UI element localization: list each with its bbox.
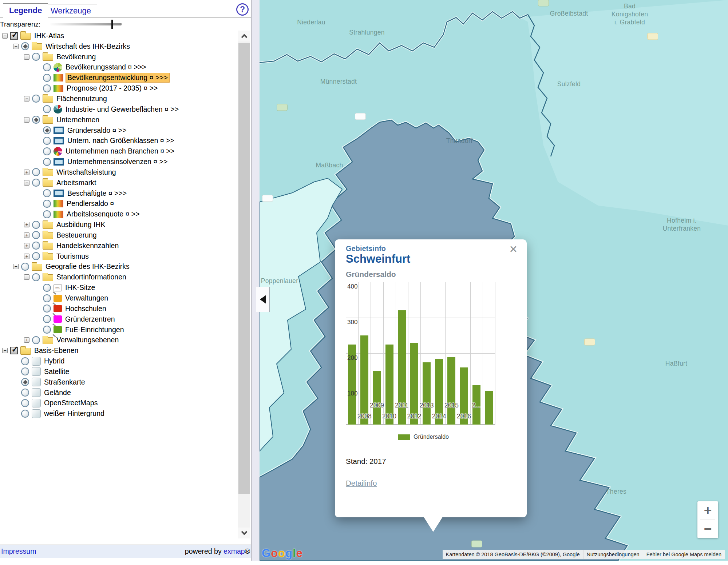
tree-row[interactable]: Bevölkerungsentwicklung ¤ >>>: [0, 72, 237, 83]
layer-label[interactable]: Untern. nach Größenklassen ¤ >>: [67, 136, 174, 145]
tree-row[interactable]: Prognose (2017 - 2035) ¤ >>: [0, 83, 237, 93]
layer-radio[interactable]: [43, 294, 51, 302]
tree-row[interactable]: Arbeitslosenquote ¤ >>: [0, 209, 237, 219]
tree-row[interactable]: Pendlersaldo ¤: [0, 199, 237, 209]
collapse-toggle[interactable]: −: [24, 54, 29, 60]
tree-row[interactable]: Industrie- und Gewerbeflächen ¤ >>: [0, 104, 237, 115]
collapse-toggle[interactable]: −: [24, 96, 29, 102]
layer-radio[interactable]: [21, 389, 29, 397]
tree-row[interactable]: OpenStreetMaps: [0, 398, 237, 409]
layer-radio[interactable]: [43, 284, 51, 292]
layer-label[interactable]: Unternehmen nach Branchen ¤ >>: [65, 147, 174, 155]
exmap-link[interactable]: exmap: [223, 547, 245, 555]
layer-label[interactable]: Geografie des IHK-Bezirks: [45, 262, 130, 271]
tree-row[interactable]: Bevölkerungsstand ¤ >>>: [0, 62, 237, 73]
layer-label[interactable]: IHK-Sitze: [64, 283, 95, 292]
layer-radio[interactable]: [32, 273, 40, 281]
layer-radio[interactable]: [21, 357, 29, 365]
layer-label[interactable]: Besteuerung: [56, 231, 97, 239]
layer-radio[interactable]: [43, 315, 51, 323]
layer-radio[interactable]: [32, 53, 40, 61]
layer-radio[interactable]: [32, 168, 40, 176]
tab-legende[interactable]: Legende: [3, 3, 48, 17]
tree-row[interactable]: −Arbeitsmarkt: [0, 178, 237, 188]
zoom-in-button[interactable]: +: [697, 501, 718, 520]
tree-row[interactable]: −Flächennutzung: [0, 93, 237, 104]
layer-label[interactable]: Unternehmensinsolvenzen ¤ >>: [67, 158, 167, 166]
layer-radio[interactable]: [43, 326, 51, 334]
close-icon[interactable]: ×: [509, 242, 517, 256]
impressum-link[interactable]: Impressum: [1, 547, 36, 556]
tree-row[interactable]: −Bevölkerung: [0, 52, 237, 62]
chart-bar[interactable]: [373, 371, 381, 425]
layer-label[interactable]: Flächennutzung: [56, 95, 107, 103]
layer-label[interactable]: IHK-Atlas: [33, 32, 64, 40]
layer-radio[interactable]: [43, 147, 51, 155]
chart-bar[interactable]: [485, 391, 493, 425]
google-logo[interactable]: Google: [262, 547, 303, 560]
layer-label[interactable]: Standortinformationen: [56, 273, 126, 281]
layer-label[interactable]: Bevölkerungsstand ¤ >>>: [65, 63, 146, 71]
detailinfo-link[interactable]: Detailinfo: [346, 479, 377, 488]
layer-label[interactable]: Satellite: [43, 367, 69, 376]
layer-label[interactable]: Hybrid: [43, 357, 64, 365]
transparency-slider-handle[interactable]: [111, 20, 113, 29]
expand-toggle[interactable]: +: [24, 254, 29, 259]
scrollbar-thumb[interactable]: [238, 43, 250, 494]
tree-row[interactable]: Untern. nach Größenklassen ¤ >>: [0, 135, 237, 146]
layer-label[interactable]: Straßenkarte: [43, 378, 85, 386]
transparency-slider-track[interactable]: [50, 23, 122, 25]
panel-collapse-button[interactable]: [256, 287, 270, 312]
layer-label[interactable]: Arbeitslosenquote ¤ >>: [66, 210, 140, 218]
tree-row[interactable]: +Ausbildung IHK: [0, 219, 237, 230]
layer-radio[interactable]: [43, 137, 51, 145]
layer-radio[interactable]: [43, 200, 51, 208]
tree-row[interactable]: −Unternehmen: [0, 115, 237, 125]
report-error-link[interactable]: Fehler bei Google Maps melden: [643, 550, 725, 559]
layer-label[interactable]: Prognose (2017 - 2035) ¤ >>: [66, 84, 158, 92]
layer-radio[interactable]: [43, 189, 51, 197]
tree-row[interactable]: Satellite: [0, 366, 237, 377]
collapse-toggle[interactable]: −: [24, 117, 29, 123]
tree-row[interactable]: IHKIHK-Sitze: [0, 282, 237, 293]
tree-row[interactable]: +Tourismus: [0, 251, 237, 262]
zoom-out-button[interactable]: −: [697, 520, 718, 538]
layer-label[interactable]: Hochschulen: [64, 305, 106, 313]
tree-row[interactable]: Gelände: [0, 387, 237, 398]
expand-toggle[interactable]: +: [24, 222, 29, 227]
layer-radio[interactable]: [43, 74, 51, 82]
tree-row[interactable]: +Wirtschaftsleistung: [0, 167, 237, 178]
tree-row[interactable]: Beschäftigte ¤ >>>: [0, 188, 237, 199]
layer-label[interactable]: Unternehmen: [56, 116, 99, 124]
layer-radio[interactable]: [32, 252, 40, 260]
layer-label[interactable]: Tourismus: [56, 252, 89, 260]
layer-label[interactable]: Wirtschaftsleistung: [56, 168, 116, 176]
scroll-down-button[interactable]: [238, 528, 250, 538]
collapse-toggle[interactable]: −: [13, 44, 19, 49]
scroll-up-button[interactable]: [238, 31, 250, 41]
terms-link[interactable]: Nutzungsbedingungen: [583, 550, 643, 559]
expand-toggle[interactable]: +: [24, 232, 29, 238]
collapse-toggle[interactable]: −: [13, 264, 19, 269]
layer-radio[interactable]: [43, 210, 51, 218]
layer-radio[interactable]: [32, 336, 40, 344]
layer-radio[interactable]: [21, 263, 29, 271]
layer-checkbox[interactable]: ✓: [10, 347, 18, 354]
layer-radio[interactable]: [43, 126, 51, 134]
layer-radio[interactable]: [21, 399, 29, 407]
collapse-toggle[interactable]: −: [24, 274, 29, 280]
tree-row[interactable]: Straßenkarte: [0, 377, 237, 387]
tab-werkzeuge[interactable]: Werkzeuge: [44, 4, 97, 17]
layer-label[interactable]: Ausbildung IHK: [56, 220, 105, 229]
tree-row[interactable]: −Geografie des IHK-Bezirks: [0, 262, 237, 272]
layer-label[interactable]: weißer Hintergrund: [43, 409, 104, 418]
collapse-toggle[interactable]: −: [24, 180, 29, 186]
layer-label[interactable]: Beschäftigte ¤ >>>: [67, 189, 127, 198]
tree-row[interactable]: Gründersaldo ¤ >>: [0, 125, 237, 136]
layer-radio[interactable]: [32, 221, 40, 229]
tree-row[interactable]: +Handelskennzahlen: [0, 240, 237, 251]
layer-radio[interactable]: [43, 63, 51, 71]
panel-scrollbar[interactable]: [238, 31, 250, 538]
tree-row[interactable]: −Standortinformationen: [0, 272, 237, 282]
layer-radio[interactable]: [43, 84, 51, 92]
